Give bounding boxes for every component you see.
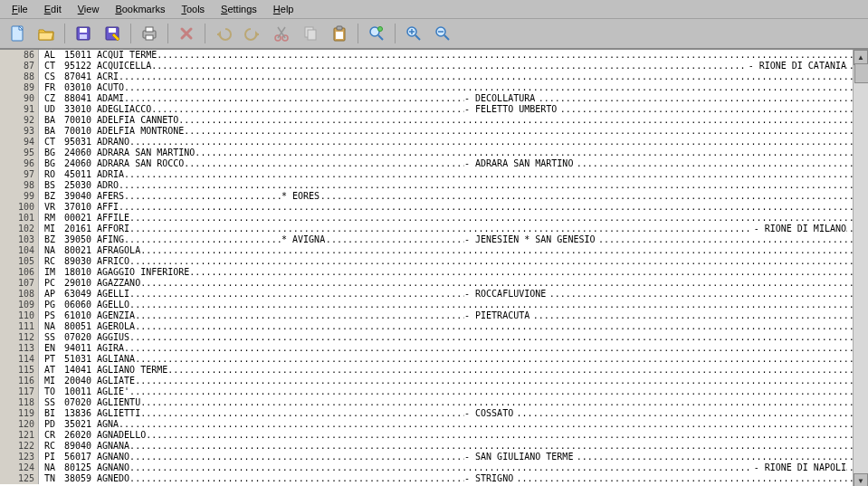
line-number: 120 [0,419,39,430]
table-row: 102.....................................… [0,224,854,234]
table-row: 98......................................… [0,180,854,191]
paste-icon[interactable] [326,21,353,46]
svg-rect-16 [308,30,316,40]
table-row: 87......................................… [0,61,854,71]
svg-rect-18 [337,26,342,30]
city-name-cell: ACRI [97,71,120,81]
line-number: 98 [0,180,39,191]
toolbar [0,19,868,49]
city-name-cell: AGNANO [97,452,131,462]
scroll-thumb[interactable] [854,63,868,83]
province-cell: EN [44,343,57,353]
line-number: 103 [0,234,39,245]
province-cell: BG [44,148,57,157]
scroll-down-button[interactable]: ▼ [854,473,868,486]
postcode-cell: 25030 [64,180,93,190]
line-number: 95 [0,148,39,158]
province-cell: RM [44,213,57,223]
postcode-cell: 00021 [64,213,93,223]
zoom-in-icon[interactable] [400,21,427,46]
province-cell: CZ [44,93,57,103]
table-row: 86......................................… [0,50,854,61]
table-row: 104.....................................… [0,245,854,256]
vertical-scrollbar[interactable]: ▲ ▼ [853,50,868,486]
redo-icon[interactable] [239,21,266,46]
postcode-cell: 20161 [64,224,93,233]
postcode-cell: 15011 [64,50,93,60]
open-folder-icon[interactable] [33,21,60,46]
table-row: 119.....................................… [0,408,854,419]
table-row: 109.....................................… [0,300,854,310]
find-replace-icon[interactable] [363,21,390,46]
city-name-cell: AFFILE [97,213,131,223]
line-number: 91 [0,104,39,115]
table-row: 105.....................................… [0,256,854,267]
province-cell: PT [44,354,57,364]
line-number: 107 [0,278,39,289]
city-name-cell: ACQUI TERME [97,50,158,60]
city-name-cell: AGNEDO [97,473,131,483]
city-name-cell: AGIRA [97,343,126,353]
city-name-cell: AGELLI [97,289,131,299]
postcode-cell: 80125 [64,462,93,472]
line-number: 104 [0,245,39,256]
zoom-out-icon[interactable] [429,21,456,46]
line-number: 87 [0,61,39,71]
note-cell: - SAN GIULIANO TERME [464,452,575,462]
city-name-cell: AGELLO [97,300,131,310]
city-name-cell: ADELFIA CANNETO [97,115,180,125]
table-row: 93......................................… [0,126,854,137]
city-name-cell: AGNADELLO [97,430,148,440]
new-file-icon[interactable] [4,21,31,46]
menu-file[interactable]: File [4,2,36,16]
undo-icon[interactable] [210,21,237,46]
save-icon[interactable] [70,21,97,46]
line-number: 108 [0,289,39,300]
province-cell: BA [44,115,57,125]
close-doc-icon[interactable] [173,21,200,46]
city-name-cell: AGLIENTU [97,397,142,407]
line-number: 101 [0,213,39,224]
postcode-cell: 29010 [64,278,93,288]
postcode-cell: 51031 [64,354,93,364]
table-row: 97......................................… [0,169,854,180]
province-cell: CR [44,430,57,440]
table-row: 112.....................................… [0,332,854,343]
save-as-icon[interactable] [99,21,126,46]
line-number: 96 [0,158,39,169]
province-cell: TO [44,386,57,396]
province-cell: BS [44,180,57,190]
postcode-cell: 39040 [64,191,93,201]
print-icon[interactable] [136,21,163,46]
city-name-cell: ADAMI [97,93,126,103]
province-cell: NA [44,321,57,331]
table-row: 99......................................… [0,191,854,202]
line-number: 110 [0,310,39,321]
province-cell: RO [44,169,57,179]
menu-tools[interactable]: Tools [173,2,213,16]
postcode-cell: 95031 [64,137,93,147]
menu-help[interactable]: Help [265,2,302,16]
postcode-cell: 33010 [64,104,93,114]
postcode-cell: 18010 [64,267,93,277]
postcode-cell: 80021 [64,245,93,255]
note-cell: - ADRARA SAN MARTINO [464,158,575,168]
copy-icon[interactable] [297,21,324,46]
postcode-cell: 70010 [64,126,93,136]
menu-view[interactable]: View [70,2,108,16]
postcode-cell: 07020 [64,332,93,342]
cut-icon[interactable] [268,21,295,46]
text-content[interactable]: 86......................................… [0,50,854,486]
postcode-cell: 70010 [64,115,93,125]
postcode-cell: 38059 [64,473,93,483]
menu-bookmarks[interactable]: Bookmarks [107,2,173,16]
menu-edit[interactable]: Edit [36,2,70,16]
line-number: 115 [0,365,39,376]
province-cell: PG [44,300,57,310]
line-number: 89 [0,82,39,93]
table-row: 107.....................................… [0,278,854,289]
postcode-cell: 14041 [64,365,93,375]
city-name-cell: AGLIATE [97,376,137,386]
menu-settings[interactable]: Settings [213,2,265,16]
postcode-cell: 88041 [64,93,93,103]
